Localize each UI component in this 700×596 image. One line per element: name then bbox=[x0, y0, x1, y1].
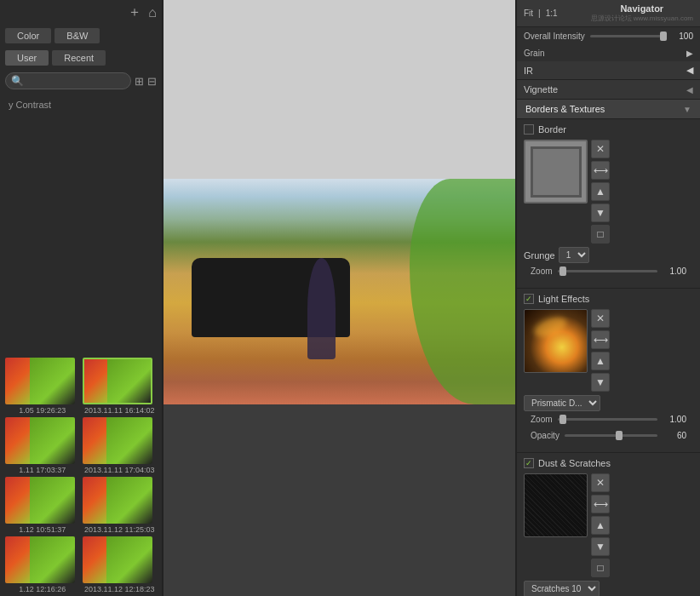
light-opacity-slider[interactable] bbox=[565, 434, 657, 437]
border-checkbox-row: Border bbox=[524, 124, 693, 135]
list-item[interactable]: 1.05 19:26:23 bbox=[5, 358, 80, 415]
border-zoom-slider[interactable] bbox=[558, 270, 657, 272]
search-box[interactable]: 🔍 bbox=[5, 72, 131, 89]
list-item[interactable]: 2013.11.11 16:14:02 bbox=[83, 358, 158, 415]
light-effects-controls: ✕ ⟷ ▲ ▼ bbox=[524, 309, 693, 392]
dust-checkbox-row: ✓ Dust & Scratches bbox=[524, 458, 693, 468]
light-zoom-row: Zoom 1.00 bbox=[524, 411, 693, 427]
thumbnail-label: 2013.11.12 12:18:23 bbox=[83, 585, 158, 593]
border-inner: Border ✕ ⟷ ▲ ▼ □ Grunge 1 bbox=[517, 119, 700, 284]
thumbnail-img bbox=[5, 536, 75, 583]
thumbnail-img bbox=[5, 417, 75, 464]
thumbnail-img bbox=[83, 417, 152, 464]
dust-dropdown-row: Scratches 10 bbox=[524, 581, 693, 596]
dust-white-button[interactable]: □ bbox=[591, 559, 610, 577]
list-icon[interactable]: ⊟ bbox=[147, 75, 157, 88]
thumbnail-label: 2013.11.12 11:25:03 bbox=[83, 525, 158, 534]
tab-recent[interactable]: Recent bbox=[52, 50, 106, 66]
dust-scratches-section: ✓ Dust & Scratches ✕ ⟷ ▲ ▼ □ Scratches 1… bbox=[517, 453, 700, 596]
vignette-arrow: ◀ bbox=[686, 85, 693, 95]
thumbnail-label: 2013.11.11 16:14:02 bbox=[83, 406, 158, 415]
list-item[interactable]: 2013.11.12 11:25:03 bbox=[83, 477, 158, 534]
list-item[interactable]: 1.12 12:16:26 bbox=[5, 536, 80, 593]
center-panel bbox=[162, 0, 517, 596]
grain-label: Grain bbox=[524, 49, 544, 58]
border-checkbox[interactable] bbox=[524, 124, 534, 135]
dust-label: Dust & Scratches bbox=[538, 458, 611, 468]
overall-intensity-value: 100 bbox=[672, 32, 693, 41]
dust-up-button[interactable]: ▲ bbox=[591, 516, 610, 535]
zoom-separator: | bbox=[538, 9, 541, 18]
tab-bw[interactable]: B&W bbox=[55, 28, 100, 43]
grain-arrow: ▶ bbox=[686, 49, 693, 58]
list-item[interactable]: 2013.11.12 12:18:23 bbox=[83, 536, 158, 593]
zoom-percent: 1:1 bbox=[546, 9, 558, 18]
thumbnail-img bbox=[83, 536, 152, 583]
ir-row: IR ◀ bbox=[517, 61, 700, 80]
light-zoom-value: 1.00 bbox=[663, 415, 686, 424]
list-item[interactable]: 1.11 17:03:37 bbox=[5, 417, 80, 474]
list-item[interactable]: 1.12 10:51:37 bbox=[5, 477, 80, 534]
le-close-button[interactable]: ✕ bbox=[591, 309, 610, 328]
navigator-title: Navigator bbox=[620, 3, 663, 14]
light-effect-dropdown-row: Prismatic D... bbox=[524, 395, 693, 411]
white-button[interactable]: □ bbox=[591, 225, 610, 244]
light-effect-select[interactable]: Prismatic D... bbox=[524, 395, 600, 411]
add-icon[interactable]: ＋ bbox=[128, 3, 141, 21]
list-item[interactable]: 2013.11.11 17:04:03 bbox=[83, 417, 158, 474]
dust-inner: ✓ Dust & Scratches ✕ ⟷ ▲ ▼ □ Scratches 1… bbox=[517, 453, 700, 596]
left-top-toolbar: ＋ ⌂ bbox=[0, 0, 162, 25]
search-icon: 🔍 bbox=[11, 75, 24, 87]
dust-checkbox[interactable]: ✓ bbox=[524, 458, 534, 468]
light-effects-buttons: ✕ ⟷ ▲ ▼ bbox=[591, 309, 610, 392]
light-effects-section: ✓ Light Effects ✕ ⟷ ▲ ▼ Prismatic D... bbox=[517, 289, 700, 453]
grid-icon[interactable]: ⊞ bbox=[135, 75, 144, 88]
light-opacity-value: 60 bbox=[663, 431, 686, 440]
light-opacity-row: Opacity 60 bbox=[524, 427, 693, 444]
overall-intensity-label: Overall Intensity bbox=[524, 32, 585, 41]
fit-label[interactable]: Fit bbox=[524, 9, 533, 18]
light-effects-inner: ✓ Light Effects ✕ ⟷ ▲ ▼ Prismatic D... bbox=[517, 289, 700, 449]
thumbnail-label: 1.11 17:03:37 bbox=[5, 466, 80, 474]
contrast-label: y Contrast bbox=[0, 93, 162, 113]
grunge-select[interactable]: 1 bbox=[559, 247, 589, 263]
search-row: 🔍 ⊞ ⊟ bbox=[0, 69, 162, 93]
border-controls: ✕ ⟷ ▲ ▼ □ bbox=[524, 140, 693, 244]
arrows-button[interactable]: ⟷ bbox=[591, 161, 610, 180]
main-photo bbox=[164, 179, 515, 404]
vignette-label: Vignette bbox=[524, 84, 558, 95]
tab-color[interactable]: Color bbox=[5, 28, 51, 43]
dust-down-button[interactable]: ▼ bbox=[591, 537, 610, 556]
light-zoom-slider[interactable] bbox=[558, 418, 657, 421]
dust-controls: ✕ ⟷ ▲ ▼ □ bbox=[524, 473, 693, 577]
ir-arrow: ◀ bbox=[686, 65, 693, 76]
home-icon[interactable]: ⌂ bbox=[148, 5, 157, 20]
le-down-button[interactable]: ▼ bbox=[591, 373, 610, 392]
tab-user[interactable]: User bbox=[5, 50, 49, 66]
thumbnail-label: 1.12 10:51:37 bbox=[5, 525, 80, 534]
thumbnail-img bbox=[5, 477, 75, 524]
light-effects-preview bbox=[524, 309, 588, 373]
thumbnail-img bbox=[5, 358, 75, 404]
border-label: Border bbox=[538, 124, 566, 135]
lens-flare bbox=[531, 313, 569, 341]
grain-row: Grain ▶ bbox=[517, 45, 700, 61]
overall-intensity-row: Overall Intensity 100 bbox=[517, 27, 700, 45]
light-effects-checkbox[interactable]: ✓ bbox=[524, 294, 534, 304]
down-button[interactable]: ▼ bbox=[591, 203, 610, 222]
le-arrows-button[interactable]: ⟷ bbox=[591, 330, 610, 349]
close-button[interactable]: ✕ bbox=[591, 140, 610, 158]
up-button[interactable]: ▲ bbox=[591, 182, 610, 201]
light-effects-checkbox-row: ✓ Light Effects bbox=[524, 294, 693, 304]
dust-arrows-button[interactable]: ⟷ bbox=[591, 495, 610, 513]
border-dropdown-row: Grunge 1 bbox=[524, 247, 693, 263]
light-opacity-label: Opacity bbox=[531, 431, 559, 440]
dust-close-button[interactable]: ✕ bbox=[591, 473, 610, 492]
border-zoom-label: Zoom bbox=[531, 266, 553, 276]
le-up-button[interactable]: ▲ bbox=[591, 352, 610, 370]
borders-textures-arrow: ▼ bbox=[683, 105, 691, 114]
dust-texture-select[interactable]: Scratches 10 bbox=[524, 581, 600, 596]
thumbnail-grid: 1.05 19:26:23 2013.11.11 16:14:02 1.11 1… bbox=[0, 355, 162, 596]
overall-intensity-slider[interactable] bbox=[590, 35, 667, 37]
green-overlay bbox=[410, 179, 515, 404]
